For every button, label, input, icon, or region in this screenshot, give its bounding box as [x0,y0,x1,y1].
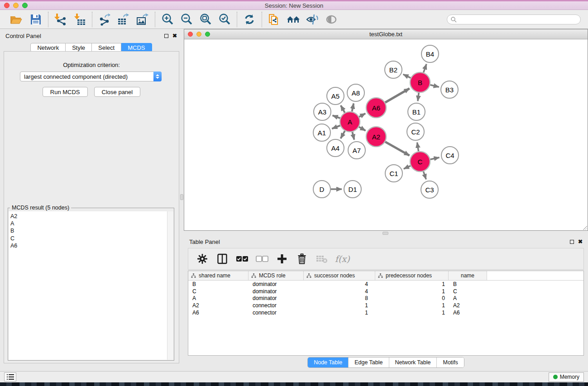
graph-edge-A-A1[interactable] [332,125,340,129]
table-cell[interactable]: C [449,288,487,295]
mcds-result-item[interactable]: A2 [10,213,167,220]
graph-edge-C-C2[interactable] [417,143,419,152]
table-cell[interactable]: 1 [304,302,375,309]
search-field[interactable] [447,14,581,24]
hide-selected-button[interactable] [305,12,320,27]
graph-edge-B-B3[interactable] [430,85,439,87]
mcds-result-scrollbar[interactable] [167,211,173,360]
graph-edge-A-A7[interactable] [352,132,354,139]
optimization-criterion-select[interactable]: largest connected component (directed) [20,71,162,81]
graph-edge-A-A5[interactable] [341,105,345,113]
search-input[interactable] [457,15,580,24]
table-cell[interactable]: 1 [375,310,449,316]
column-header-MCDS-role[interactable]: MCDS role [249,271,304,280]
run-mcds-button[interactable]: Run MCDS [43,87,88,97]
mcds-result-item[interactable]: B [10,227,167,234]
open-session-button[interactable] [9,12,24,27]
table-cell[interactable]: 8 [304,295,375,301]
table-cell[interactable]: connector [249,310,304,316]
tab-select[interactable]: Select [92,43,121,52]
node-table[interactable]: shared nameMCDS rolesuccessor nodesprede… [188,271,584,356]
zoom-out-button[interactable] [179,12,194,27]
close-panel-button[interactable]: Close panel [94,87,141,97]
tab-mcds[interactable]: MCDS [121,43,152,52]
mcds-result-item[interactable]: C [10,235,167,242]
column-header-name[interactable]: name [449,271,487,280]
table-cell[interactable]: B [188,281,249,287]
vertical-splitter-handle[interactable] [180,194,183,200]
graph-edge-B-B1[interactable] [418,93,419,101]
tab-edge-table[interactable]: Edge Table [348,357,388,367]
network-canvas[interactable]: B4B2BB3A8A5A6B1A3AC2A1A2A4A7C4CC1C3DD1 [184,39,588,230]
float-table-panel-icon[interactable] [570,240,574,244]
table-row[interactable]: Cdominator41C [188,288,583,295]
delete-table-button[interactable] [315,252,329,266]
zoom-selected-button[interactable] [217,12,232,27]
refresh-button[interactable] [242,12,257,27]
graph-edge-A-A6[interactable] [359,114,365,117]
close-panel-icon[interactable]: ✖ [172,33,177,38]
zoom-in-button[interactable] [160,12,175,27]
table-cell[interactable]: connector [249,302,304,309]
graph-edge-A-A4[interactable] [341,131,345,138]
mcds-result-list[interactable]: A2ABCA6 [9,211,167,360]
import-table-button[interactable] [72,12,87,27]
window-resize-grip[interactable] [582,225,587,230]
zoom-fit-button[interactable] [198,12,213,27]
toggle-panel-button[interactable] [215,252,229,266]
select-all-button[interactable] [235,252,249,266]
save-session-button[interactable] [28,12,43,27]
mcds-result-item[interactable]: A [10,220,167,227]
graph-edge-C-C1[interactable] [404,166,411,169]
table-cell[interactable]: 1 [375,302,449,309]
table-cell[interactable]: 4 [304,288,375,295]
graph-edge-A6-B[interactable] [385,88,410,102]
graph-edge-B-B4[interactable] [424,64,427,73]
graph-edge-B-B2[interactable] [403,74,411,78]
tab-motifs[interactable]: Motifs [436,357,464,367]
graph-edge-A-A3[interactable] [333,115,340,118]
export-network-button[interactable] [97,12,112,27]
column-header-predecessor-nodes[interactable]: predecessor nodes [375,271,449,280]
deselect-all-button[interactable] [255,252,269,266]
table-cell[interactable]: A2 [449,302,487,309]
first-neighbors-button[interactable] [286,12,301,27]
show-all-button[interactable] [324,12,339,27]
table-cell[interactable]: 1 [375,281,449,287]
network-graph[interactable]: B4B2BB3A8A5A6B1A3AC2A1A2A4A7C4CC1C3DD1 [184,39,588,230]
import-network-button[interactable] [53,12,68,27]
graph-edge-C-C3[interactable] [423,172,426,179]
column-header-shared-name[interactable]: shared name [188,271,249,280]
graph-edge-A2-C[interactable] [385,142,410,155]
table-settings-button[interactable] [196,252,209,266]
export-table-button[interactable] [116,12,131,27]
table-row[interactable]: A2connector11A2 [188,302,583,309]
graph-edge-C-C4[interactable] [430,157,439,159]
table-cell[interactable]: C [188,288,249,295]
table-cell[interactable]: 1 [304,310,375,316]
float-panel-icon[interactable] [164,34,168,38]
column-header-successor-nodes[interactable]: successor nodes [304,271,375,280]
table-cell[interactable]: A2 [188,302,249,309]
horizontal-splitter-handle[interactable] [382,232,388,235]
graph-edge-A-A2[interactable] [359,127,366,130]
table-cell[interactable]: 4 [304,281,375,287]
table-cell[interactable]: B [449,281,487,287]
memory-button[interactable]: Memory [549,372,584,382]
table-cell[interactable]: dominator [249,295,304,301]
table-cell[interactable]: 0 [375,295,449,301]
graph-edge-A-A8[interactable] [352,104,354,112]
delete-column-button[interactable] [295,252,309,266]
close-table-panel-icon[interactable]: ✖ [578,239,583,244]
table-cell[interactable]: A [449,295,487,301]
tab-node-table[interactable]: Node Table [308,357,348,367]
mcds-result-item[interactable]: A6 [10,242,167,249]
function-builder-button[interactable]: f(x) [335,252,350,266]
table-row[interactable]: A6connector11A6 [188,309,583,316]
table-row[interactable]: Adominator80A [188,295,583,302]
task-history-button[interactable] [4,372,16,381]
table-cell[interactable]: A [188,295,249,301]
table-cell[interactable]: A6 [449,310,487,316]
add-column-button[interactable] [275,252,289,266]
table-cell[interactable]: dominator [249,288,304,295]
